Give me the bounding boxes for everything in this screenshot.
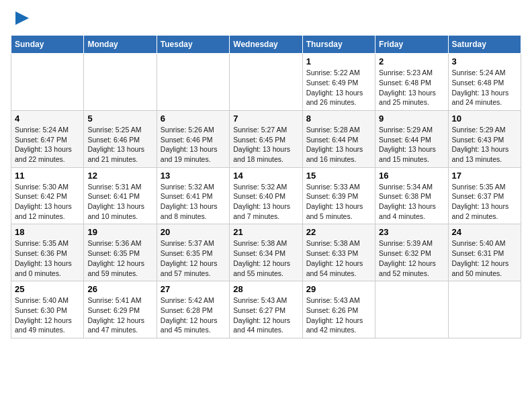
calendar-table: SundayMondayTuesdayWednesdayThursdayFrid… — [11, 35, 521, 338]
day-info: Sunrise: 5:33 AM Sunset: 6:39 PM Dayligh… — [306, 182, 371, 222]
day-info: Sunrise: 5:24 AM Sunset: 6:47 PM Dayligh… — [15, 125, 80, 165]
day-number: 11 — [15, 171, 80, 181]
day-number: 5 — [87, 113, 152, 124]
calendar-cell — [157, 54, 229, 111]
day-info: Sunrise: 5:23 AM Sunset: 6:48 PM Dayligh… — [379, 68, 444, 107]
calendar-cell: 14Sunrise: 5:32 AM Sunset: 6:40 PM Dayli… — [230, 167, 302, 224]
day-number: 8 — [306, 113, 371, 124]
day-number: 19 — [87, 227, 152, 237]
calendar-cell: 9Sunrise: 5:29 AM Sunset: 6:44 PM Daylig… — [375, 110, 448, 167]
day-info: Sunrise: 5:28 AM Sunset: 6:44 PM Dayligh… — [306, 125, 371, 165]
header-friday: Friday — [375, 36, 448, 54]
day-info: Sunrise: 5:42 AM Sunset: 6:28 PM Dayligh… — [161, 295, 226, 335]
calendar-cell: 10Sunrise: 5:29 AM Sunset: 6:43 PM Dayli… — [448, 110, 521, 167]
day-number: 16 — [379, 171, 444, 181]
day-number: 12 — [87, 171, 152, 181]
header-tuesday: Tuesday — [157, 36, 229, 54]
day-info: Sunrise: 5:25 AM Sunset: 6:46 PM Dayligh… — [87, 125, 152, 165]
logo — [11, 13, 32, 30]
day-info: Sunrise: 5:40 AM Sunset: 6:30 PM Dayligh… — [15, 295, 80, 335]
day-info: Sunrise: 5:38 AM Sunset: 6:33 PM Dayligh… — [306, 238, 371, 278]
calendar-week-5: 25Sunrise: 5:40 AM Sunset: 6:30 PM Dayli… — [11, 281, 521, 338]
day-number: 25 — [15, 284, 80, 294]
day-info: Sunrise: 5:26 AM Sunset: 6:46 PM Dayligh… — [161, 125, 226, 165]
header-thursday: Thursday — [302, 36, 375, 54]
calendar-cell — [11, 54, 84, 111]
day-info: Sunrise: 5:29 AM Sunset: 6:44 PM Dayligh… — [379, 125, 444, 165]
day-number: 3 — [452, 56, 517, 66]
calendar-cell: 12Sunrise: 5:31 AM Sunset: 6:41 PM Dayli… — [84, 167, 157, 224]
calendar-cell — [375, 281, 448, 338]
day-number: 23 — [379, 227, 444, 237]
calendar-cell: 6Sunrise: 5:26 AM Sunset: 6:46 PM Daylig… — [157, 110, 229, 167]
day-info: Sunrise: 5:37 AM Sunset: 6:35 PM Dayligh… — [161, 238, 226, 278]
day-number: 21 — [233, 227, 298, 237]
calendar-cell: 16Sunrise: 5:34 AM Sunset: 6:38 PM Dayli… — [375, 167, 448, 224]
calendar-cell: 22Sunrise: 5:38 AM Sunset: 6:33 PM Dayli… — [302, 224, 375, 281]
day-info: Sunrise: 5:43 AM Sunset: 6:27 PM Dayligh… — [233, 295, 298, 335]
day-number: 22 — [306, 227, 371, 237]
calendar-cell: 1Sunrise: 5:22 AM Sunset: 6:49 PM Daylig… — [302, 54, 375, 111]
calendar-week-1: 1Sunrise: 5:22 AM Sunset: 6:49 PM Daylig… — [11, 54, 521, 111]
calendar-cell: 29Sunrise: 5:43 AM Sunset: 6:26 PM Dayli… — [302, 281, 375, 338]
day-number: 6 — [161, 113, 226, 124]
day-info: Sunrise: 5:36 AM Sunset: 6:35 PM Dayligh… — [87, 238, 152, 278]
day-info: Sunrise: 5:29 AM Sunset: 6:43 PM Dayligh… — [452, 125, 517, 165]
day-info: Sunrise: 5:34 AM Sunset: 6:38 PM Dayligh… — [379, 182, 444, 222]
day-info: Sunrise: 5:39 AM Sunset: 6:32 PM Dayligh… — [379, 238, 444, 278]
day-number: 17 — [452, 171, 517, 181]
day-number: 9 — [379, 113, 444, 124]
header-wednesday: Wednesday — [230, 36, 302, 54]
calendar-week-2: 4Sunrise: 5:24 AM Sunset: 6:47 PM Daylig… — [11, 110, 521, 167]
day-number: 29 — [306, 284, 371, 294]
day-info: Sunrise: 5:27 AM Sunset: 6:45 PM Dayligh… — [233, 125, 298, 165]
header-sunday: Sunday — [11, 36, 84, 54]
calendar-header-row: SundayMondayTuesdayWednesdayThursdayFrid… — [11, 36, 521, 54]
day-number: 1 — [306, 56, 371, 66]
calendar-cell: 23Sunrise: 5:39 AM Sunset: 6:32 PM Dayli… — [375, 224, 448, 281]
calendar-cell: 7Sunrise: 5:27 AM Sunset: 6:45 PM Daylig… — [230, 110, 302, 167]
calendar-cell: 24Sunrise: 5:40 AM Sunset: 6:31 PM Dayli… — [448, 224, 521, 281]
calendar-cell: 27Sunrise: 5:42 AM Sunset: 6:28 PM Dayli… — [157, 281, 229, 338]
calendar-cell: 26Sunrise: 5:41 AM Sunset: 6:29 PM Dayli… — [84, 281, 157, 338]
calendar-week-3: 11Sunrise: 5:30 AM Sunset: 6:42 PM Dayli… — [11, 167, 521, 224]
calendar-cell — [230, 54, 302, 111]
calendar-cell: 28Sunrise: 5:43 AM Sunset: 6:27 PM Dayli… — [230, 281, 302, 338]
day-number: 24 — [452, 227, 517, 237]
day-info: Sunrise: 5:41 AM Sunset: 6:29 PM Dayligh… — [87, 295, 152, 335]
day-info: Sunrise: 5:32 AM Sunset: 6:40 PM Dayligh… — [233, 182, 298, 222]
calendar-cell: 19Sunrise: 5:36 AM Sunset: 6:35 PM Dayli… — [84, 224, 157, 281]
calendar-cell: 4Sunrise: 5:24 AM Sunset: 6:47 PM Daylig… — [11, 110, 84, 167]
day-number: 13 — [161, 171, 226, 181]
day-info: Sunrise: 5:40 AM Sunset: 6:31 PM Dayligh… — [452, 238, 517, 278]
calendar-cell: 5Sunrise: 5:25 AM Sunset: 6:46 PM Daylig… — [84, 110, 157, 167]
day-number: 2 — [379, 56, 444, 66]
calendar-week-4: 18Sunrise: 5:35 AM Sunset: 6:36 PM Dayli… — [11, 224, 521, 281]
calendar-cell: 25Sunrise: 5:40 AM Sunset: 6:30 PM Dayli… — [11, 281, 84, 338]
calendar-cell: 3Sunrise: 5:24 AM Sunset: 6:48 PM Daylig… — [448, 54, 521, 111]
calendar-cell: 21Sunrise: 5:38 AM Sunset: 6:34 PM Dayli… — [230, 224, 302, 281]
calendar-cell: 20Sunrise: 5:37 AM Sunset: 6:35 PM Dayli… — [157, 224, 229, 281]
header-monday: Monday — [84, 36, 157, 54]
day-info: Sunrise: 5:38 AM Sunset: 6:34 PM Dayligh… — [233, 238, 298, 278]
day-info: Sunrise: 5:43 AM Sunset: 6:26 PM Dayligh… — [306, 295, 371, 335]
calendar-cell — [448, 281, 521, 338]
page-header — [11, 11, 521, 30]
day-info: Sunrise: 5:30 AM Sunset: 6:42 PM Dayligh… — [15, 182, 80, 222]
day-info: Sunrise: 5:22 AM Sunset: 6:49 PM Dayligh… — [306, 68, 371, 107]
logo-arrow-icon — [12, 8, 32, 28]
day-number: 27 — [161, 284, 226, 294]
day-info: Sunrise: 5:32 AM Sunset: 6:41 PM Dayligh… — [161, 182, 226, 222]
calendar-cell: 11Sunrise: 5:30 AM Sunset: 6:42 PM Dayli… — [11, 167, 84, 224]
calendar-cell: 2Sunrise: 5:23 AM Sunset: 6:48 PM Daylig… — [375, 54, 448, 111]
day-number: 10 — [452, 113, 517, 124]
calendar-cell: 13Sunrise: 5:32 AM Sunset: 6:41 PM Dayli… — [157, 167, 229, 224]
day-number: 28 — [233, 284, 298, 294]
day-number: 20 — [161, 227, 226, 237]
day-number: 18 — [15, 227, 80, 237]
day-number: 26 — [87, 284, 152, 294]
day-number: 7 — [233, 113, 298, 124]
day-number: 15 — [306, 171, 371, 181]
day-number: 4 — [15, 113, 80, 124]
svg-marker-0 — [15, 11, 29, 25]
